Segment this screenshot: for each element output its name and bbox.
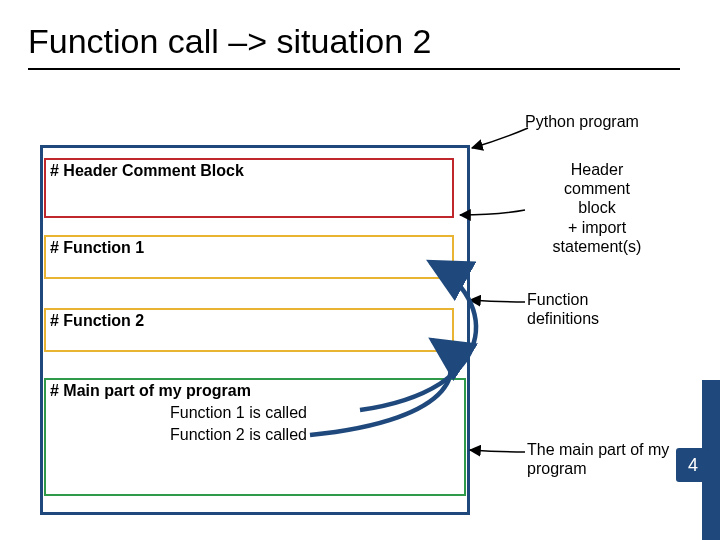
annotation-function-definitions: Functiondefinitions <box>527 290 657 328</box>
header-comment-box: # Header Comment Block <box>44 158 454 218</box>
main-call-lines: Function 1 is called Function 2 is calle… <box>50 402 460 445</box>
connector-main-part <box>470 450 525 452</box>
function-2-box: # Function 2 <box>44 308 454 352</box>
slide-title: Function call –> situation 2 <box>28 22 432 61</box>
main-call-2: Function 2 is called <box>170 424 460 446</box>
main-part-box: # Main part of my program Function 1 is … <box>44 378 466 496</box>
function-2-label: # Function 2 <box>50 312 144 329</box>
annotation-main-part: The main part of my program <box>527 440 697 478</box>
annotation-header-block: Headercommentblock+ importstatement(s) <box>527 160 667 256</box>
slide-number: 4 <box>676 448 710 482</box>
main-call-1: Function 1 is called <box>170 402 460 424</box>
function-1-box: # Function 1 <box>44 235 454 279</box>
slide: Function call –> situation 2 # Header Co… <box>0 0 720 540</box>
main-heading: # Main part of my program <box>50 382 251 399</box>
function-1-label: # Function 1 <box>50 239 144 256</box>
header-comment-label: # Header Comment Block <box>50 162 244 179</box>
annotation-python-program: Python program <box>497 112 667 131</box>
connector-function-definitions <box>470 300 525 302</box>
title-underline <box>28 68 680 70</box>
